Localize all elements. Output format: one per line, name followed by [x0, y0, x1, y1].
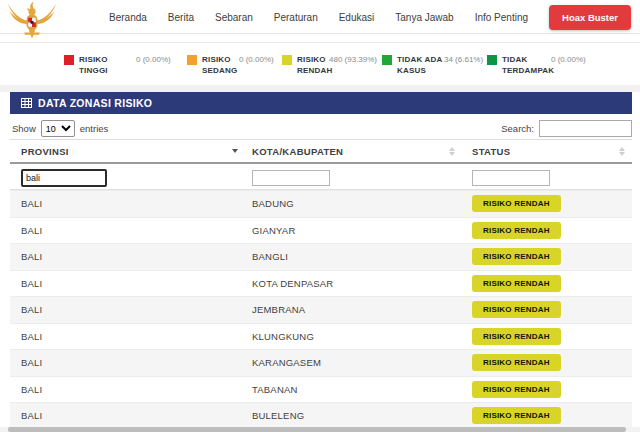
cell-kota: BANGLI: [245, 251, 462, 262]
cell-kota: KARANGASEM: [245, 357, 462, 368]
cell-kota: BULELENG: [245, 410, 462, 421]
section-divider: [0, 85, 640, 92]
show-label: Show: [12, 123, 36, 134]
nav-item-info-penting[interactable]: Info Penting: [475, 12, 528, 23]
cell-provinsi: BALI: [10, 198, 245, 209]
status-badge: RISIKO RENDAH: [472, 407, 561, 424]
risk-legend: RISIKOTINGGI 0 (0.00%) RISIKOSEDANG 0 (0…: [0, 42, 640, 85]
unaffected-count: 0 (0.00%): [551, 55, 586, 64]
status-badge: RISIKO RENDAH: [472, 248, 561, 265]
legend-item-risiko-sedang: RISIKOSEDANG 0 (0.00%): [187, 54, 274, 76]
nav-item-edukasi[interactable]: Edukasi: [339, 12, 375, 23]
legend-item-risiko-tinggi: RISIKOTINGGI 0 (0.00%): [64, 54, 171, 76]
cell-provinsi: BALI: [10, 278, 245, 289]
zonasi-risiko-table: PROVINSI KOTA/KABUPATEN STATUS BALI BADU…: [10, 139, 632, 429]
cell-provinsi: BALI: [10, 410, 245, 421]
cell-provinsi: BALI: [10, 357, 245, 368]
page-size-control: Show 10 entries: [12, 120, 108, 137]
nav-item-sebaran[interactable]: Sebaran: [215, 12, 253, 23]
search-control: Search:: [501, 120, 632, 137]
top-navigation: Beranda Berita Sebaran Peraturan Edukasi…: [0, 0, 640, 34]
status-badge: RISIKO RENDAH: [472, 275, 561, 292]
search-input[interactable]: [539, 120, 632, 137]
legend-item-tidak-ada-kasus: TIDAK ADAKASUS 34 (6.61%): [382, 54, 483, 76]
nav-item-peraturan[interactable]: Peraturan: [274, 12, 318, 23]
risk-low-count: 480 (93.39%): [329, 55, 377, 64]
horizontal-scrollbar-thumb[interactable]: [8, 427, 626, 432]
table-row: BALI BULELENG RISIKO RENDAH: [10, 402, 632, 429]
table-header-row: PROVINSI KOTA/KABUPATEN STATUS: [10, 139, 632, 164]
status-badge: RISIKO RENDAH: [472, 381, 561, 398]
panel-title: DATA ZONASI RISIKO: [38, 97, 152, 109]
cell-kota: KOTA DENPASAR: [245, 278, 462, 289]
risk-low-color-swatch: [282, 55, 292, 65]
cell-kota: TABANAN: [245, 384, 462, 395]
table-row: BALI KARANGASEM RISIKO RENDAH: [10, 349, 632, 376]
column-filter-row: [10, 164, 632, 190]
column-header-status[interactable]: STATUS: [462, 146, 632, 157]
status-badge: RISIKO RENDAH: [472, 301, 561, 318]
cell-provinsi: BALI: [10, 304, 245, 315]
filter-input-status[interactable]: [472, 170, 550, 186]
nav-item-beranda[interactable]: Beranda: [109, 12, 147, 23]
status-badge: RISIKO RENDAH: [472, 354, 561, 371]
sort-both-icon: [449, 147, 455, 156]
cell-provinsi: BALI: [10, 251, 245, 262]
nav-item-berita[interactable]: Berita: [168, 12, 194, 23]
table-grid-icon: [21, 98, 32, 108]
garuda-pancasila-logo: [7, 1, 57, 43]
risk-medium-color-swatch: [187, 55, 197, 65]
filter-input-provinsi[interactable]: [21, 169, 107, 187]
risk-high-color-swatch: [64, 55, 74, 65]
sort-both-icon: [619, 147, 625, 156]
table-row: BALI KOTA DENPASAR RISIKO RENDAH: [10, 270, 632, 297]
hoax-buster-button[interactable]: Hoax Buster: [549, 5, 631, 30]
nav-menu: Beranda Berita Sebaran Peraturan Edukasi…: [109, 0, 631, 34]
column-header-kota-kabupaten[interactable]: KOTA/KABUPATEN: [245, 146, 462, 157]
cell-provinsi: BALI: [10, 384, 245, 395]
table-row: BALI TABANAN RISIKO RENDAH: [10, 376, 632, 403]
status-badge: RISIKO RENDAH: [472, 195, 561, 212]
nav-item-tanya-jawab[interactable]: Tanya Jawab: [395, 12, 453, 23]
table-row: BALI JEMBRANA RISIKO RENDAH: [10, 296, 632, 323]
panel-header: DATA ZONASI RISIKO: [10, 92, 632, 114]
table-body: BALI BADUNG RISIKO RENDAH BALI GIANYAR R…: [10, 190, 632, 429]
cell-kota: JEMBRANA: [245, 304, 462, 315]
filter-input-kota[interactable]: [252, 170, 330, 186]
risk-high-count: 0 (0.00%): [136, 55, 171, 64]
horizontal-scrollbar: [0, 427, 640, 432]
no-case-count: 34 (6.61%): [444, 55, 483, 64]
entries-label: entries: [80, 123, 109, 134]
unaffected-color-swatch: [487, 55, 497, 65]
sort-desc-icon: [232, 149, 238, 153]
table-row: BALI BANGLI RISIKO RENDAH: [10, 243, 632, 270]
table-row: BALI GIANYAR RISIKO RENDAH: [10, 217, 632, 244]
table-row: BALI KLUNGKUNG RISIKO RENDAH: [10, 323, 632, 350]
column-header-provinsi[interactable]: PROVINSI: [10, 146, 245, 157]
no-case-color-swatch: [382, 55, 392, 65]
legend-item-tidak-terdampak: TIDAKTERDAMPAK 0 (0.00%): [487, 54, 586, 76]
cell-provinsi: BALI: [10, 331, 245, 342]
cell-kota: GIANYAR: [245, 225, 462, 236]
legend-item-risiko-rendah: RISIKORENDAH 480 (93.39%): [282, 54, 377, 76]
risk-medium-count: 0 (0.00%): [239, 55, 274, 64]
status-badge: RISIKO RENDAH: [472, 222, 561, 239]
cell-kota: BADUNG: [245, 198, 462, 209]
page-size-select[interactable]: 10: [41, 120, 75, 137]
cell-kota: KLUNGKUNG: [245, 331, 462, 342]
search-label: Search:: [501, 123, 534, 134]
status-badge: RISIKO RENDAH: [472, 328, 561, 345]
table-row: BALI BADUNG RISIKO RENDAH: [10, 190, 632, 217]
cell-provinsi: BALI: [10, 225, 245, 236]
